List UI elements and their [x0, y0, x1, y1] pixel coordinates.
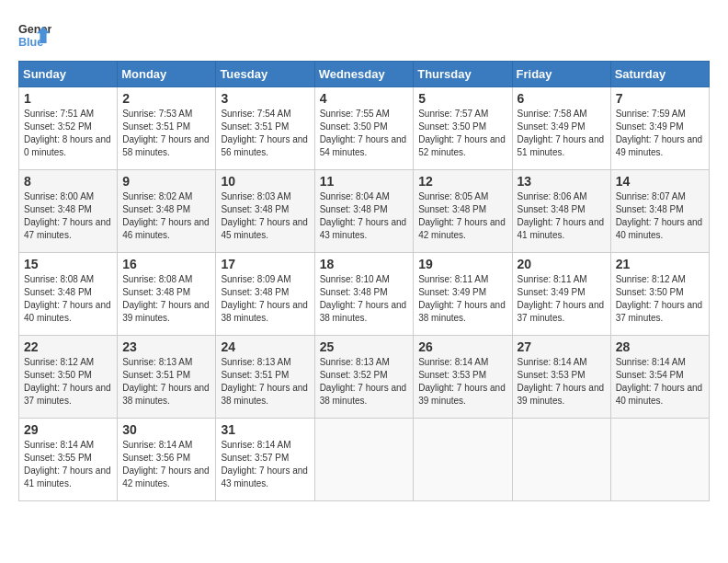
sunrise-label: Sunrise: 8:13 AM [122, 357, 192, 367]
sunrise-label: Sunrise: 8:14 AM [122, 440, 192, 450]
daylight-label: Daylight: 7 hours and 40 minutes. [616, 217, 703, 240]
sunrise-label: Sunrise: 8:08 AM [24, 274, 94, 284]
sunrise-label: Sunrise: 8:12 AM [24, 357, 94, 367]
daylight-label: Daylight: 7 hours and 47 minutes. [24, 217, 111, 240]
day-number: 9 [122, 174, 210, 189]
daylight-label: Daylight: 7 hours and 42 minutes. [122, 465, 210, 488]
day-info: Sunrise: 7:53 AM Sunset: 3:51 PM Dayligh… [122, 108, 210, 159]
day-number: 11 [320, 174, 409, 189]
sunrise-label: Sunrise: 8:12 AM [616, 274, 686, 284]
day-number: 7 [616, 91, 704, 106]
calendar-cell [314, 419, 414, 501]
calendar-week-row: 22 Sunrise: 8:12 AM Sunset: 3:50 PM Dayl… [19, 336, 710, 419]
daylight-label: Daylight: 7 hours and 45 minutes. [221, 217, 308, 240]
daylight-label: Daylight: 7 hours and 41 minutes. [24, 465, 111, 488]
sunrise-label: Sunrise: 8:09 AM [221, 274, 290, 284]
daylight-label: Daylight: 7 hours and 56 minutes. [221, 134, 308, 157]
daylight-label: Daylight: 7 hours and 38 minutes. [320, 383, 407, 406]
calendar-day-header: Saturday [610, 62, 709, 87]
calendar-cell [610, 419, 709, 501]
calendar-cell: 21 Sunrise: 8:12 AM Sunset: 3:50 PM Dayl… [610, 253, 709, 336]
daylight-label: Daylight: 7 hours and 52 minutes. [418, 134, 506, 157]
day-info: Sunrise: 7:54 AM Sunset: 3:51 PM Dayligh… [221, 108, 309, 159]
calendar-cell: 9 Sunrise: 8:02 AM Sunset: 3:48 PM Dayli… [118, 170, 216, 253]
page-header: General Blue [18, 18, 710, 52]
calendar-cell: 26 Sunrise: 8:14 AM Sunset: 3:53 PM Dayl… [414, 336, 512, 419]
calendar-cell: 4 Sunrise: 7:55 AM Sunset: 3:50 PM Dayli… [314, 87, 414, 170]
daylight-label: Daylight: 7 hours and 46 minutes. [122, 217, 210, 240]
day-info: Sunrise: 8:14 AM Sunset: 3:54 PM Dayligh… [616, 356, 704, 408]
day-number: 27 [518, 339, 606, 354]
sunset-label: Sunset: 3:51 PM [122, 370, 190, 380]
calendar-week-row: 8 Sunrise: 8:00 AM Sunset: 3:48 PM Dayli… [19, 170, 710, 253]
day-number: 23 [122, 339, 210, 354]
daylight-label: Daylight: 7 hours and 54 minutes. [320, 134, 407, 157]
daylight-label: Daylight: 7 hours and 51 minutes. [518, 134, 605, 157]
calendar-cell: 19 Sunrise: 8:11 AM Sunset: 3:49 PM Dayl… [414, 253, 512, 336]
calendar-cell [512, 419, 610, 501]
sunset-label: Sunset: 3:48 PM [518, 204, 586, 214]
day-number: 13 [518, 174, 606, 189]
daylight-label: Daylight: 7 hours and 40 minutes. [24, 300, 111, 323]
calendar-day-header: Friday [512, 62, 610, 87]
calendar-cell: 1 Sunrise: 7:51 AM Sunset: 3:52 PM Dayli… [19, 87, 118, 170]
day-info: Sunrise: 7:58 AM Sunset: 3:49 PM Dayligh… [518, 108, 606, 159]
sunset-label: Sunset: 3:48 PM [320, 204, 388, 214]
day-info: Sunrise: 8:12 AM Sunset: 3:50 PM Dayligh… [616, 273, 704, 325]
sunrise-label: Sunrise: 7:53 AM [122, 109, 192, 119]
daylight-label: Daylight: 7 hours and 41 minutes. [518, 217, 605, 240]
sunrise-label: Sunrise: 8:04 AM [320, 191, 390, 201]
daylight-label: Daylight: 7 hours and 39 minutes. [122, 300, 210, 323]
calendar-day-header: Thursday [414, 62, 512, 87]
daylight-label: Daylight: 7 hours and 39 minutes. [518, 383, 605, 406]
calendar-cell: 2 Sunrise: 7:53 AM Sunset: 3:51 PM Dayli… [118, 87, 216, 170]
sunset-label: Sunset: 3:50 PM [616, 287, 684, 297]
daylight-label: Daylight: 7 hours and 37 minutes. [616, 300, 703, 323]
sunrise-label: Sunrise: 8:05 AM [418, 191, 488, 201]
day-info: Sunrise: 8:06 AM Sunset: 3:48 PM Dayligh… [518, 190, 606, 242]
day-info: Sunrise: 8:10 AM Sunset: 3:48 PM Dayligh… [320, 273, 409, 325]
calendar-day-header: Wednesday [314, 62, 414, 87]
day-number: 1 [24, 91, 112, 106]
sunset-label: Sunset: 3:52 PM [320, 370, 388, 380]
day-number: 24 [221, 339, 309, 354]
daylight-label: Daylight: 7 hours and 38 minutes. [221, 300, 308, 323]
sunset-label: Sunset: 3:51 PM [122, 121, 190, 132]
day-info: Sunrise: 8:05 AM Sunset: 3:48 PM Dayligh… [418, 190, 506, 242]
sunset-label: Sunset: 3:49 PM [518, 287, 586, 297]
calendar-cell: 8 Sunrise: 8:00 AM Sunset: 3:48 PM Dayli… [19, 170, 118, 253]
day-number: 16 [122, 257, 210, 271]
sunrise-label: Sunrise: 8:11 AM [418, 274, 488, 284]
day-info: Sunrise: 8:13 AM Sunset: 3:51 PM Dayligh… [122, 356, 210, 408]
calendar-day-header: Tuesday [216, 62, 314, 87]
calendar-cell: 28 Sunrise: 8:14 AM Sunset: 3:54 PM Dayl… [610, 336, 709, 419]
daylight-label: Daylight: 7 hours and 42 minutes. [418, 217, 506, 240]
daylight-label: Daylight: 7 hours and 43 minutes. [320, 217, 407, 240]
day-number: 3 [221, 91, 309, 106]
day-info: Sunrise: 7:59 AM Sunset: 3:49 PM Dayligh… [616, 108, 704, 159]
day-info: Sunrise: 8:08 AM Sunset: 3:48 PM Dayligh… [122, 273, 210, 325]
day-info: Sunrise: 8:04 AM Sunset: 3:48 PM Dayligh… [320, 190, 409, 242]
day-number: 12 [418, 174, 506, 189]
day-number: 21 [616, 257, 704, 271]
sunset-label: Sunset: 3:53 PM [418, 370, 486, 380]
calendar-cell: 16 Sunrise: 8:08 AM Sunset: 3:48 PM Dayl… [118, 253, 216, 336]
daylight-label: Daylight: 8 hours and 0 minutes. [24, 134, 111, 157]
sunrise-label: Sunrise: 7:57 AM [418, 109, 488, 119]
day-number: 17 [221, 257, 309, 271]
day-number: 28 [616, 339, 704, 354]
day-number: 29 [24, 422, 112, 437]
sunrise-label: Sunrise: 7:55 AM [320, 109, 390, 119]
day-info: Sunrise: 7:57 AM Sunset: 3:50 PM Dayligh… [418, 108, 506, 159]
sunset-label: Sunset: 3:53 PM [518, 370, 586, 380]
sunset-label: Sunset: 3:49 PM [518, 121, 586, 132]
calendar-cell: 11 Sunrise: 8:04 AM Sunset: 3:48 PM Dayl… [314, 170, 414, 253]
calendar-week-row: 1 Sunrise: 7:51 AM Sunset: 3:52 PM Dayli… [19, 87, 710, 170]
sunset-label: Sunset: 3:48 PM [221, 287, 289, 297]
calendar-cell: 14 Sunrise: 8:07 AM Sunset: 3:48 PM Dayl… [610, 170, 709, 253]
sunset-label: Sunset: 3:48 PM [320, 287, 388, 297]
sunset-label: Sunset: 3:50 PM [24, 370, 92, 380]
day-number: 5 [418, 91, 506, 106]
daylight-label: Daylight: 7 hours and 38 minutes. [418, 300, 506, 323]
daylight-label: Daylight: 7 hours and 49 minutes. [616, 134, 703, 157]
